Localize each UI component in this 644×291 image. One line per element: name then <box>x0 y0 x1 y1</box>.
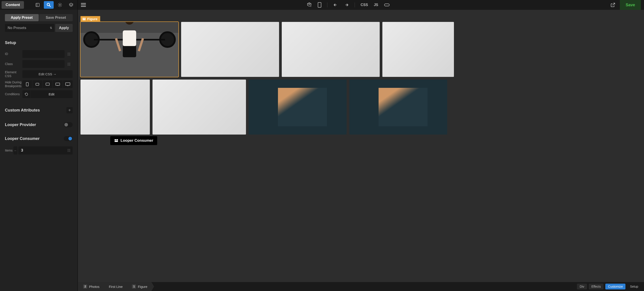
breakpoint-lg-icon[interactable] <box>53 80 63 88</box>
hide-breakpoints-label: Hide During Breakpoints <box>5 80 22 88</box>
breadcrumb-badge: 2 <box>83 285 87 289</box>
search-icon[interactable] <box>44 1 54 9</box>
conditions-label: Conditions <box>5 92 22 96</box>
element-css-label: Element CSS <box>5 70 22 78</box>
external-link-icon[interactable] <box>610 2 616 7</box>
svg-rect-6 <box>36 83 39 85</box>
inspector-sidebar: Content Apply Preset Save Preset No Pres… <box>0 0 78 291</box>
gallery-item[interactable] <box>382 22 454 77</box>
database-icon[interactable]: ☷ <box>67 52 70 56</box>
breadcrumb: 2 Photos First Line 1 Figure <box>78 282 152 291</box>
chevron-updown-icon: ⇅ <box>50 26 52 29</box>
looper-consumer-badge[interactable]: Looper Consumer <box>110 136 157 145</box>
breakpoint-md-icon[interactable] <box>42 80 52 88</box>
database-icon[interactable]: ☷ <box>67 148 70 153</box>
save-button[interactable]: Save <box>620 0 641 10</box>
gallery-item[interactable] <box>349 80 447 135</box>
css-button[interactable]: CSS <box>361 3 368 7</box>
svg-text:+: + <box>310 5 311 7</box>
items-label: Items <box>5 149 14 152</box>
figure-label-badge[interactable]: Figure <box>80 16 100 22</box>
svg-rect-23 <box>116 139 118 140</box>
content-button[interactable]: Content <box>2 1 24 9</box>
save-preset-button[interactable]: Save Preset <box>39 14 73 21</box>
id-label: ID <box>5 52 22 56</box>
breadcrumb-label: Photos <box>89 285 100 289</box>
svg-rect-0 <box>36 3 39 7</box>
apply-preset-button[interactable]: Apply Preset <box>5 14 39 21</box>
cube-plus-icon[interactable]: + <box>306 2 312 7</box>
redo-icon[interactable] <box>344 3 349 7</box>
gallery-item[interactable] <box>249 80 346 135</box>
gallery-item[interactable] <box>80 80 150 135</box>
breadcrumb-label: First Line <box>109 285 123 289</box>
canvas[interactable]: Figure L <box>78 10 644 282</box>
add-attribute-button[interactable]: + <box>66 107 73 113</box>
svg-rect-7 <box>46 83 50 85</box>
svg-rect-20 <box>84 18 86 19</box>
svg-rect-21 <box>82 19 86 20</box>
div-button[interactable]: Div <box>577 284 587 290</box>
svg-rect-22 <box>115 139 116 140</box>
svg-line-3 <box>50 5 51 7</box>
breakpoint-sm-icon[interactable] <box>32 80 42 88</box>
main-area: + CSS JS Save Figure <box>78 0 644 291</box>
looper-badge-text: Looper Consumer <box>120 138 153 143</box>
looper-provider-heading: Looper Provider <box>5 122 36 127</box>
sidebar-top: Content <box>0 0 78 10</box>
breakpoint-xs-icon[interactable] <box>22 80 32 88</box>
undo-icon[interactable] <box>333 3 338 7</box>
breadcrumb-item-firstline[interactable]: First Line <box>104 282 127 291</box>
svg-rect-24 <box>115 141 118 142</box>
svg-point-2 <box>47 3 50 6</box>
svg-rect-8 <box>56 83 60 85</box>
database-icon[interactable]: ☷ <box>67 62 70 66</box>
mobile-icon[interactable] <box>318 2 321 7</box>
breadcrumb-item-photos[interactable]: 2 Photos <box>78 282 104 291</box>
panel-icon[interactable] <box>33 1 42 9</box>
items-input[interactable] <box>18 146 73 154</box>
svg-rect-18 <box>384 4 389 6</box>
preset-select-label: No Presets <box>8 26 26 30</box>
class-label: Class <box>5 62 22 66</box>
looper-consumer-heading: Looper Consumer <box>5 136 40 141</box>
js-button[interactable]: JS <box>374 3 378 7</box>
id-input[interactable] <box>22 50 64 58</box>
class-input[interactable] <box>22 60 64 68</box>
effects-button[interactable]: Effects <box>589 284 604 290</box>
looper-provider-toggle[interactable] <box>64 122 73 127</box>
breadcrumb-item-figure[interactable]: 1 Figure <box>126 282 152 291</box>
refresh-icon[interactable] <box>22 90 30 98</box>
svg-rect-17 <box>318 2 321 7</box>
gamepad-icon[interactable] <box>384 3 390 7</box>
layers-icon[interactable] <box>66 1 76 9</box>
preset-select[interactable]: No Presets ⇅ <box>5 24 54 32</box>
image-gallery <box>80 22 644 135</box>
gallery-item-selected[interactable] <box>80 22 178 77</box>
svg-rect-5 <box>26 82 28 86</box>
gallery-item[interactable] <box>181 22 279 77</box>
gallery-item[interactable] <box>282 22 380 77</box>
breakpoint-buttons <box>22 80 73 88</box>
setup-button[interactable]: Setup <box>627 284 641 290</box>
looper-consumer-toggle[interactable] <box>64 136 73 141</box>
svg-rect-10 <box>66 83 70 85</box>
custom-attributes-heading: Custom Attributes <box>5 108 40 113</box>
svg-rect-19 <box>82 18 84 19</box>
sidebar-body: Apply Preset Save Preset No Presets ⇅ Ap… <box>0 10 78 291</box>
customize-button[interactable]: Customize <box>605 284 626 290</box>
topbar: + CSS JS Save <box>78 0 644 10</box>
breadcrumb-badge: 1 <box>132 285 136 289</box>
breakpoint-xl-icon[interactable] <box>63 80 73 88</box>
hamburger-icon[interactable] <box>81 3 86 7</box>
arrow-left-icon[interactable]: ← <box>14 146 18 154</box>
bottombar: 2 Photos First Line 1 Figure Div Effects… <box>78 282 644 291</box>
gear-icon[interactable] <box>55 1 65 9</box>
svg-point-4 <box>60 4 60 5</box>
figure-tag-text: Figure <box>87 17 98 21</box>
gallery-item[interactable] <box>152 80 246 135</box>
edit-css-button[interactable]: Edit CSS → <box>22 70 73 78</box>
apply-button[interactable]: Apply <box>55 24 73 32</box>
setup-heading: Setup <box>5 40 73 45</box>
conditions-edit-button[interactable]: Edit <box>30 90 73 98</box>
